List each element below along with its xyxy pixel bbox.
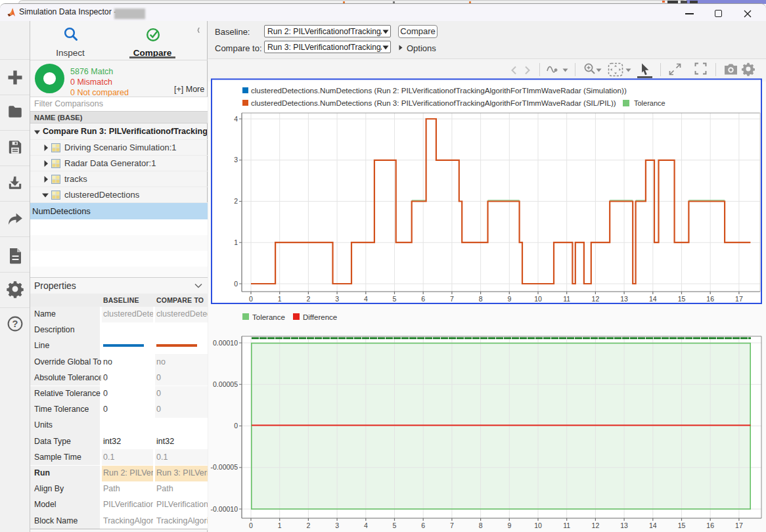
svg-text:7: 7 <box>450 521 454 529</box>
svg-text:16: 16 <box>706 295 714 303</box>
svg-text:0.00010: 0.00010 <box>213 339 238 347</box>
svg-text:15: 15 <box>678 521 686 529</box>
svg-text:0: 0 <box>234 422 238 430</box>
svg-text:10: 10 <box>534 521 542 529</box>
svg-text:9: 9 <box>507 295 511 303</box>
svg-text:4: 4 <box>364 295 368 303</box>
svg-text:6: 6 <box>421 295 425 303</box>
svg-text:Difference: Difference <box>303 313 337 321</box>
svg-text:Tolerance: Tolerance <box>252 313 285 321</box>
svg-text:3: 3 <box>335 521 339 529</box>
svg-text:13: 13 <box>620 521 628 529</box>
svg-text:4: 4 <box>364 521 368 529</box>
svg-text:4: 4 <box>234 115 238 123</box>
svg-text:10: 10 <box>534 295 542 303</box>
svg-text:5: 5 <box>393 521 397 529</box>
svg-text:clusteredDetections.NumDetecti: clusteredDetections.NumDetections (Run 2… <box>251 86 627 95</box>
svg-text:Tolerance: Tolerance <box>634 99 665 107</box>
svg-text:-0.00010: -0.00010 <box>211 505 238 513</box>
svg-text:7: 7 <box>450 295 454 303</box>
svg-text:?: ? <box>12 319 18 329</box>
svg-text:11: 11 <box>563 295 570 303</box>
svg-text:1: 1 <box>278 521 282 529</box>
svg-text:0.00005: 0.00005 <box>213 380 238 388</box>
svg-text:16: 16 <box>706 521 714 529</box>
svg-text:9: 9 <box>507 521 511 529</box>
svg-text:14: 14 <box>649 295 657 303</box>
svg-text:3: 3 <box>234 156 238 164</box>
svg-text:15: 15 <box>678 295 686 303</box>
svg-text:0: 0 <box>234 280 238 288</box>
svg-text:8: 8 <box>479 295 483 303</box>
svg-text:1: 1 <box>278 295 282 303</box>
svg-text:2: 2 <box>234 197 238 205</box>
svg-text:2: 2 <box>306 521 310 529</box>
svg-text:0: 0 <box>249 295 253 303</box>
svg-text:0: 0 <box>249 521 253 529</box>
svg-text:12: 12 <box>592 295 600 303</box>
svg-text:3: 3 <box>335 295 339 303</box>
svg-text:11: 11 <box>563 521 570 529</box>
svg-text:17: 17 <box>735 295 743 303</box>
svg-text:5: 5 <box>393 295 397 303</box>
svg-text:-0.00005: -0.00005 <box>211 463 238 471</box>
svg-text:2: 2 <box>306 295 310 303</box>
svg-text:12: 12 <box>592 521 600 529</box>
svg-text:1: 1 <box>234 238 238 246</box>
svg-text:13: 13 <box>620 295 628 303</box>
svg-text:clusteredDetections.NumDetecti: clusteredDetections.NumDetections (Run 3… <box>251 99 616 107</box>
svg-text:6: 6 <box>421 521 425 529</box>
svg-text:14: 14 <box>649 521 657 529</box>
svg-text:8: 8 <box>479 521 483 529</box>
svg-text:17: 17 <box>735 521 743 529</box>
